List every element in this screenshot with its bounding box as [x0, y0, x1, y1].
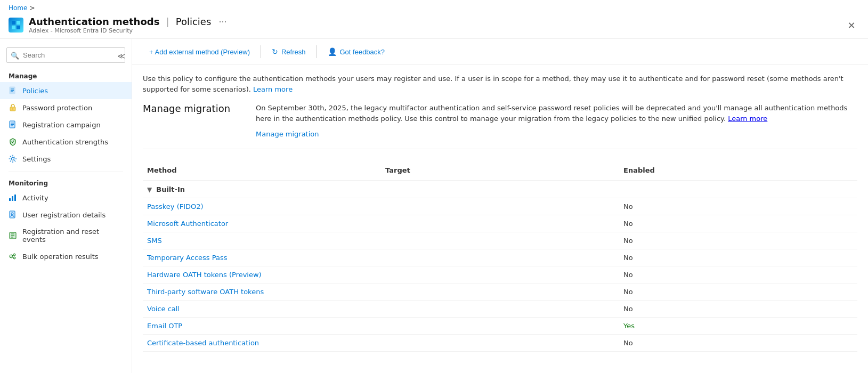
migration-desc: On September 30th, 2025, the legacy mult…: [256, 103, 857, 124]
sidebar-item-auth-strengths[interactable]: Authentication strengths: [0, 133, 132, 150]
svg-rect-16: [12, 196, 13, 201]
migration-content: On September 30th, 2025, the legacy mult…: [256, 103, 857, 138]
svg-rect-3: [17, 26, 20, 29]
breadcrumb-separator: >: [29, 4, 35, 12]
target-voice: [381, 301, 619, 317]
collapse-button[interactable]: ≪: [117, 52, 125, 60]
target-oath-hw: [381, 266, 619, 283]
sidebar-password-label: Password protection: [22, 104, 92, 112]
sidebar-item-reg-reset[interactable]: Registration and reset events: [0, 223, 132, 248]
sidebar-policies-label: Policies: [22, 87, 48, 95]
learn-more-link[interactable]: Learn more: [253, 85, 293, 93]
svg-rect-0: [12, 21, 15, 25]
app-icon: [9, 18, 23, 33]
svg-rect-17: [14, 194, 16, 201]
sidebar-settings-label: Settings: [22, 155, 51, 163]
sidebar-item-password-protection[interactable]: Password protection: [0, 99, 132, 116]
close-button[interactable]: ✕: [843, 17, 859, 33]
group-label: Built-In: [156, 185, 185, 193]
title-ellipsis-btn[interactable]: ···: [218, 17, 226, 27]
enabled-cert: No: [619, 335, 857, 351]
main-content: + Add external method (Preview) ↻ Refres…: [132, 39, 868, 373]
sidebar-item-policies[interactable]: Policies: [0, 82, 132, 99]
refresh-icon: ↻: [272, 47, 278, 56]
method-passkey[interactable]: Passkey (FIDO2): [143, 198, 381, 215]
toolbar-separator: [261, 45, 261, 58]
migration-section: Manage migration On September 30th, 2025…: [143, 103, 857, 149]
table-header: Method Target Enabled: [143, 160, 857, 181]
group-chevron-icon[interactable]: ▼: [147, 186, 152, 193]
page-title-block: Authentication methods | Policies ··· Ad…: [29, 16, 843, 34]
migration-learn-more-link[interactable]: Learn more: [728, 115, 767, 123]
sidebar-registration-label: Registration campaign: [22, 121, 101, 129]
search-icon: 🔍: [11, 51, 19, 59]
sidebar-manage-label: Manage: [0, 69, 132, 82]
method-cert[interactable]: Certificate-based authentication: [143, 335, 381, 351]
page-title: Authentication methods: [29, 16, 159, 27]
builtin-group: ▼ Built-In Passkey (FIDO2) No Microsoft …: [143, 181, 857, 352]
page-subtitle: Policies: [176, 16, 212, 27]
table-row: Hardware OATH tokens (Preview) No: [143, 266, 857, 283]
table-row: Email OTP Yes: [143, 318, 857, 335]
policy-icon: [9, 86, 17, 95]
search-input[interactable]: [6, 47, 125, 63]
registration-icon: [9, 120, 17, 129]
sidebar-item-settings[interactable]: Settings: [0, 150, 132, 167]
settings-icon: [9, 155, 17, 163]
sidebar-item-registration-campaign[interactable]: Registration campaign: [0, 116, 132, 133]
activity-icon: [9, 193, 17, 202]
bulk-icon: [9, 252, 17, 261]
sidebar-search-container: 🔍 ≪: [0, 43, 132, 69]
method-voice[interactable]: Voice call: [143, 301, 381, 317]
shield-icon: [9, 137, 17, 146]
sidebar-auth-strengths-label: Authentication strengths: [22, 138, 108, 146]
svg-point-26: [13, 257, 15, 259]
header-method: Method: [143, 164, 381, 176]
svg-point-9: [12, 109, 13, 110]
manage-migration-link[interactable]: Manage migration: [256, 130, 319, 138]
enabled-oath-sw: No: [619, 283, 857, 300]
feedback-button[interactable]: 👤 Got feedback?: [321, 44, 392, 59]
method-sms[interactable]: SMS: [143, 232, 381, 249]
toolbar-separator-2: [317, 45, 317, 58]
sidebar-bulk-label: Bulk operation results: [22, 253, 99, 261]
sidebar-monitoring-label: Monitoring: [0, 176, 132, 189]
target-sms: [381, 232, 619, 249]
method-ms-auth[interactable]: Microsoft Authenticator: [143, 215, 381, 232]
svg-rect-1: [17, 21, 20, 25]
target-ms-auth: [381, 215, 619, 232]
group-builtin-header: ▼ Built-In: [143, 181, 857, 198]
sidebar-item-bulk[interactable]: Bulk operation results: [0, 248, 132, 265]
enabled-tap: No: [619, 249, 857, 266]
method-oath-hw[interactable]: Hardware OATH tokens (Preview): [143, 266, 381, 283]
page-meta: Adalex - Microsoft Entra ID Security: [29, 27, 843, 34]
title-pipe: |: [166, 16, 169, 27]
table-row: SMS No: [143, 232, 857, 249]
target-cert: [381, 335, 619, 351]
add-external-method-button[interactable]: + Add external method (Preview): [143, 45, 256, 59]
method-email-otp[interactable]: Email OTP: [143, 318, 381, 334]
sidebar-divider: [9, 172, 123, 172]
target-email-otp: [381, 318, 619, 334]
refresh-button[interactable]: ↻ Refresh: [265, 44, 312, 59]
sidebar-item-activity[interactable]: Activity: [0, 189, 132, 206]
header-target: Target: [381, 164, 619, 176]
breadcrumb: Home >: [0, 0, 868, 12]
method-oath-sw[interactable]: Third-party software OATH tokens: [143, 283, 381, 300]
sidebar-item-user-registration[interactable]: User registration details: [0, 206, 132, 223]
migration-title: Manage migration: [143, 103, 239, 138]
sidebar-activity-label: Activity: [22, 194, 48, 202]
enabled-email-otp: Yes: [619, 318, 857, 334]
content-area: Use this policy to configure the authent…: [132, 65, 868, 364]
svg-point-24: [10, 255, 13, 258]
table-row: Microsoft Authenticator No: [143, 215, 857, 232]
sidebar: 🔍 ≪ Manage Policies Password protection: [0, 39, 132, 373]
page-header: Authentication methods | Policies ··· Ad…: [0, 12, 868, 39]
methods-table: Method Target Enabled ▼ Built-In Passkey…: [143, 160, 857, 352]
breadcrumb-home[interactable]: Home: [9, 4, 27, 12]
svg-point-25: [13, 254, 15, 256]
table-row: Certificate-based authentication No: [143, 335, 857, 352]
feedback-icon: 👤: [328, 47, 337, 56]
method-tap[interactable]: Temporary Access Pass: [143, 249, 381, 266]
user-reg-icon: [9, 210, 17, 219]
